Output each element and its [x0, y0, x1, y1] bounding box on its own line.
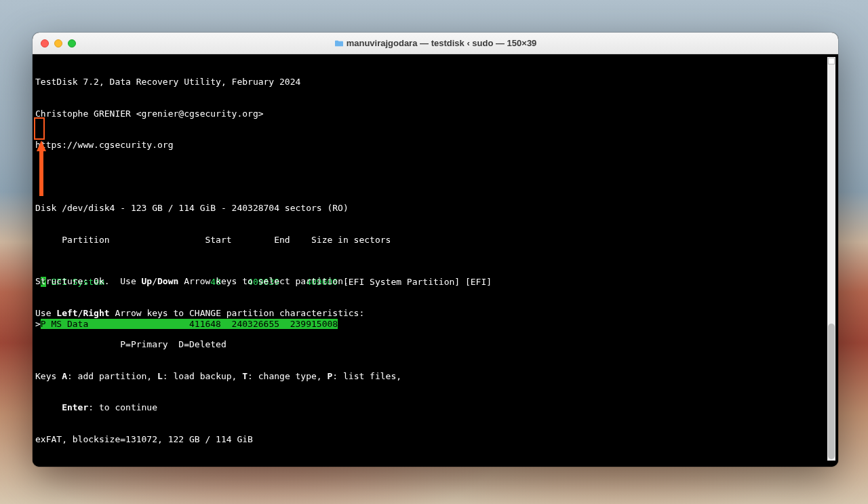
terminal-content[interactable]: TestDisk 7.2, Data Recovery Utility, Feb…: [33, 54, 838, 467]
header-line-2: Christophe GRENIER <grenier@cgsecurity.o…: [35, 109, 835, 119]
window-title-text: manuvirajgodara — testdisk ‹ sudo — 150×…: [347, 38, 537, 48]
disk-info: Disk /dev/disk4 - 123 GB / 114 GiB - 240…: [35, 203, 835, 214]
hint-structure: Structure: Ok. Use Up/Down Arrow keys to…: [35, 276, 401, 287]
scroll-thumb[interactable]: [828, 324, 835, 459]
minimize-icon[interactable]: [54, 39, 62, 47]
scroll-indicator-icon: [828, 58, 835, 64]
annotation-highlight-box: [34, 117, 45, 140]
terminal-window: manuvirajgodara — testdisk ‹ sudo — 150×…: [33, 33, 838, 467]
close-icon[interactable]: [41, 39, 49, 47]
window-title: manuvirajgodara — testdisk ‹ sudo — 150×…: [33, 38, 838, 48]
hint-enter: Enter: to continue: [35, 402, 401, 413]
column-headers: Partition Start End Size in sectors: [35, 235, 835, 246]
footer-block: Structure: Ok. Use Up/Down Arrow keys to…: [35, 255, 401, 465]
header-line-1: TestDisk 7.2, Data Recovery Utility, Feb…: [35, 77, 835, 88]
folder-icon: [334, 39, 344, 47]
blank-line: [35, 172, 835, 182]
scrollbar[interactable]: [827, 57, 835, 461]
hint-legend: P=Primary D=Deleted: [35, 339, 401, 350]
header-line-3: https://www.cgsecurity.org: [35, 140, 835, 151]
hint-keys: Keys A: add partition, L: load backup, T…: [35, 371, 401, 382]
window-titlebar[interactable]: manuvirajgodara — testdisk ‹ sudo — 150×…: [33, 33, 838, 54]
hint-use: Use Left/Right Arrow keys to CHANGE part…: [35, 308, 401, 319]
fs-info: exFAT, blocksize=131072, 122 GB / 114 Gi…: [35, 434, 401, 445]
fullscreen-icon[interactable]: [68, 39, 76, 47]
traffic-lights: [33, 39, 76, 47]
